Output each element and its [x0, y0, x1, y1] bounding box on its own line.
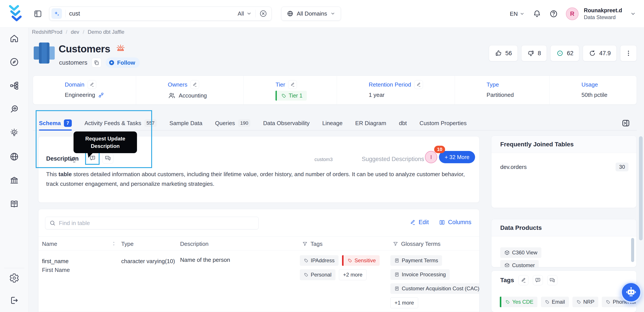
divider — [66, 10, 66, 17]
tab-data-observability[interactable]: Data Observability — [263, 116, 310, 130]
search-scope-dropdown[interactable]: All — [238, 10, 252, 17]
more-suggestions-button[interactable]: + 32 More — [439, 151, 475, 163]
tab-queries[interactable]: Queries 190 — [215, 116, 250, 130]
sidebar-toggle-icon[interactable] — [33, 9, 42, 19]
user-menu[interactable]: Rounakpreet.d Data Steward — [584, 7, 622, 20]
breadcrumb-item[interactable]: Demo dbt Jaffle — [88, 29, 124, 35]
watchers-button[interactable]: 62 — [550, 45, 579, 61]
tag-pill[interactable]: Personal — [300, 269, 336, 280]
tag-pill-sensitive[interactable]: Sensitive — [342, 255, 380, 266]
tab-schema[interactable]: Schema 7 — [39, 116, 72, 130]
find-in-table-input[interactable] — [45, 217, 259, 229]
ai-sparkle-icon — [52, 8, 62, 19]
data-product-pill[interactable]: Customer — [500, 260, 539, 267]
find-in-table-field[interactable] — [59, 220, 254, 227]
kebab-menu-icon — [625, 50, 632, 57]
downvotes-button[interactable]: 8 — [521, 45, 547, 61]
announcement-alert-icon[interactable] — [116, 44, 126, 54]
breadcrumb-item[interactable]: dev — [71, 29, 79, 35]
filter-icon — [392, 241, 398, 247]
column-name[interactable]: first_name — [42, 258, 68, 265]
app-logo[interactable] — [8, 5, 24, 23]
all-domains-dropdown[interactable]: All Domains — [281, 7, 341, 21]
sidebar-item-home[interactable] — [9, 33, 19, 43]
sidebar-item-logout[interactable] — [9, 295, 19, 305]
user-menu-chevron-icon[interactable] — [630, 11, 636, 17]
freshness-score-button[interactable]: 47.9 — [583, 45, 617, 61]
edit-description-icon[interactable] — [69, 156, 76, 163]
tags-card-header: Tags — [492, 271, 636, 290]
tab-sample-data[interactable]: Sample Data — [169, 116, 202, 130]
refresh-icon — [589, 50, 596, 57]
tags-comments-icon[interactable] — [547, 275, 557, 285]
tab-custom-properties[interactable]: Custom Properties — [420, 116, 466, 130]
more-tags-pill[interactable]: +2 more — [339, 269, 367, 280]
column-header-description[interactable]: Description — [180, 241, 208, 247]
edit-retention-icon[interactable] — [414, 80, 423, 89]
sort-icon[interactable] — [111, 241, 117, 247]
column-header-type[interactable]: Type — [121, 241, 134, 247]
user-avatar[interactable]: R — [566, 8, 578, 20]
ai-chat-button[interactable] — [620, 282, 642, 303]
edit-tier-icon[interactable] — [288, 80, 297, 89]
notifications-bell-icon[interactable] — [532, 10, 541, 18]
star-badge-icon — [108, 59, 115, 66]
tag-pill[interactable]: Email — [541, 297, 569, 307]
tier-badge[interactable]: Tier 1 — [276, 91, 307, 101]
collapse-right-panel-icon[interactable] — [621, 118, 631, 128]
copy-name-icon[interactable] — [92, 58, 101, 68]
data-product-pill[interactable]: C360 View — [500, 247, 541, 258]
more-actions-button[interactable] — [620, 45, 637, 61]
cube-icon — [504, 250, 510, 255]
owners-group-icon — [168, 92, 176, 99]
glossary-term-pill[interactable]: Payment Terms — [390, 255, 442, 266]
clear-search-icon[interactable] — [259, 10, 268, 18]
tab-lineage[interactable]: Lineage — [322, 116, 343, 130]
glossary-terms-cell: Payment Terms Invoice Processing Custome… — [390, 255, 480, 308]
sidebar-item-web[interactable] — [9, 152, 19, 162]
glossary-term-pill[interactable]: Invoice Processing — [390, 269, 450, 280]
column-header-tags[interactable]: Tags — [302, 241, 322, 247]
upvotes-button[interactable]: 56 — [489, 45, 518, 61]
search-input[interactable] — [69, 10, 238, 17]
tag-pill[interactable]: NRP — [572, 297, 598, 307]
tab-er-diagram[interactable]: ER Diagram — [355, 116, 386, 130]
help-icon[interactable] — [549, 10, 558, 18]
follow-button[interactable]: Follow — [106, 57, 140, 68]
tag-icon — [606, 299, 610, 304]
right-panel-scrollbar[interactable] — [639, 136, 643, 240]
data-products-scrollbar[interactable] — [631, 238, 634, 262]
column-header-glossary-terms[interactable]: Glossary Terms — [392, 241, 440, 247]
schema-count-badge: 7 — [64, 119, 72, 127]
edit-tags-icon[interactable] — [518, 275, 528, 285]
edit-table-button[interactable]: Edit — [410, 219, 429, 226]
meta-type: Type Partitioned — [455, 76, 550, 104]
joined-table-row[interactable]: dev.orders 30 — [492, 153, 636, 171]
tooltip: Request Update Description — [74, 131, 137, 153]
sidebar-item-governance[interactable] — [9, 175, 19, 185]
thumbs-up-icon — [495, 50, 502, 57]
tag-pill[interactable]: IPAddress — [300, 255, 338, 266]
glossary-term-pill[interactable]: Customer Acquisition Cost (CAC) — [390, 283, 480, 294]
suggestion-avatar[interactable]: I — [425, 151, 437, 163]
language-dropdown[interactable]: EN — [510, 11, 525, 17]
sidebar-item-glossary[interactable] — [9, 199, 19, 209]
tag-pill-yes-cde[interactable]: Yes CDE — [500, 297, 538, 307]
request-tags-icon[interactable] — [533, 275, 543, 285]
sidebar-item-insights[interactable] — [9, 128, 19, 138]
edit-domain-icon[interactable] — [88, 80, 96, 89]
tab-activity-feeds[interactable]: Activity Feeds & Tasks 557 — [84, 116, 157, 130]
sidebar-item-settings[interactable] — [9, 273, 19, 283]
sidebar-item-discover[interactable] — [9, 57, 19, 67]
edit-owners-icon[interactable] — [190, 80, 199, 89]
global-search[interactable]: All — [49, 7, 272, 21]
column-header-name[interactable]: Name — [42, 241, 57, 247]
sidebar-item-workflows[interactable] — [9, 81, 19, 91]
sidebar-item-observability[interactable] — [9, 104, 19, 114]
tab-dbt[interactable]: dbt — [399, 116, 407, 130]
columns-button[interactable]: Columns — [439, 219, 471, 226]
meta-domain: Domain Engineering — [33, 76, 136, 104]
description-comments-icon[interactable] — [102, 153, 113, 164]
more-glossary-pill[interactable]: +1 more — [390, 297, 418, 308]
breadcrumb-item[interactable]: RedshiftProd — [32, 29, 62, 35]
